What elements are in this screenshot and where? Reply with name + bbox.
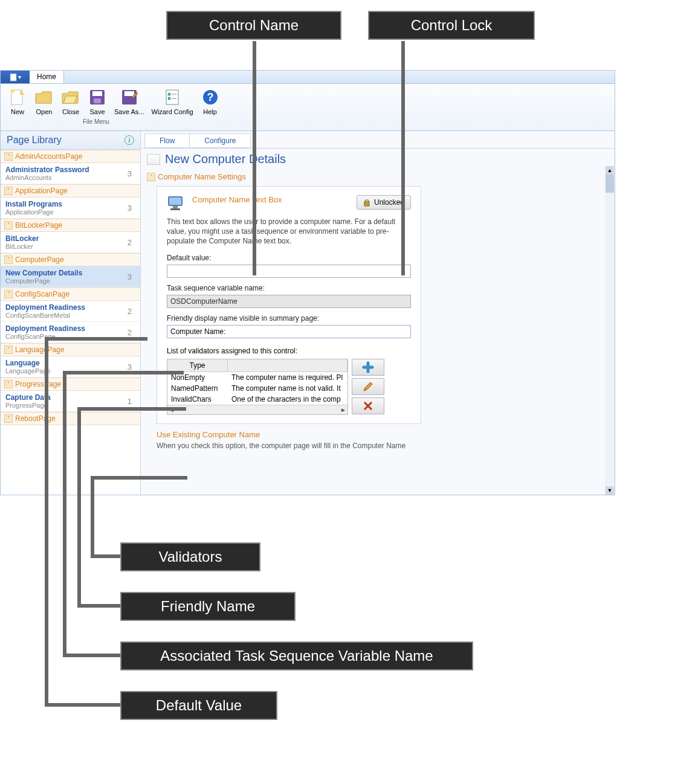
- page-title-row: New Computer Details: [141, 149, 615, 170]
- callout-line: [401, 41, 405, 275]
- validator-row[interactable]: NamedPatternThe computer name is not val…: [167, 383, 347, 394]
- sidebar-item[interactable]: Deployment ReadinessConfigScanBareMetal2: [1, 301, 140, 322]
- sidebar-item[interactable]: BitLockerBitLocker2: [1, 232, 140, 253]
- sidebar-group-name: ApplicationPage: [15, 187, 68, 195]
- ts-var-label: Task sequence variable name:: [167, 284, 411, 292]
- scroll-right-icon[interactable]: ►: [340, 406, 346, 413]
- sidebar-item-count: 3: [128, 362, 135, 371]
- delete-validator-button[interactable]: [352, 397, 384, 414]
- svg-rect-16: [173, 206, 178, 208]
- sidebar-group-name: LanguagePage: [15, 345, 64, 354]
- friendly-name-label: Friendly display name visible in summary…: [167, 314, 411, 323]
- edit-validator-button[interactable]: [352, 378, 384, 395]
- info-icon[interactable]: i: [124, 135, 134, 145]
- help-button[interactable]: ? Help: [197, 86, 224, 117]
- wizard-config-icon: [163, 88, 182, 107]
- sidebar-group-header[interactable]: ˄BitLockerPage: [1, 219, 140, 232]
- ribbon-label: Close: [62, 108, 79, 115]
- next-section-header: Use Existing Computer Name: [157, 430, 609, 439]
- section-header[interactable]: ˄ Computer Name Settings: [147, 171, 609, 182]
- open-icon: [34, 88, 54, 107]
- ribbon-group-file: New Open Close Save Save As... Wizard Co…: [4, 86, 224, 126]
- scroll-down-icon[interactable]: ▼: [606, 486, 614, 495]
- callout-ts-var-name: Associated Task Sequence Variable Name: [120, 641, 473, 670]
- friendly-name-input[interactable]: [167, 325, 411, 338]
- validator-row[interactable]: InvalidCharsOne of the characters in the…: [167, 394, 347, 405]
- callout-line: [45, 703, 122, 707]
- sidebar-group-header[interactable]: ˄ProgressPage: [1, 378, 140, 391]
- validators-hscroll[interactable]: ◄ ►: [167, 405, 347, 414]
- callout-line: [63, 654, 122, 657]
- sidebar-item-sub: BitLocker: [5, 243, 39, 250]
- ts-var-input[interactable]: [167, 295, 411, 308]
- tab-flow[interactable]: Flow: [144, 133, 190, 148]
- svg-rect-18: [364, 202, 369, 206]
- sidebar-group-name: ConfigScanPage: [15, 290, 69, 298]
- callout-friendly-name: Friendly Name: [120, 592, 296, 621]
- sidebar-group-name: ProgressPage: [15, 380, 61, 388]
- sidebar-item-sub: ComputerPage: [5, 277, 82, 284]
- sidebar-item[interactable]: New Computer DetailsComputerPage3: [1, 266, 140, 288]
- tab-home[interactable]: Home: [30, 71, 64, 83]
- content-vscroll[interactable]: ▲ ▼: [605, 166, 615, 495]
- sidebar-group-header[interactable]: ˄ApplicationPage: [1, 184, 140, 198]
- chevron-up-icon: ˄: [4, 414, 13, 423]
- save-button[interactable]: Save: [84, 86, 111, 117]
- chevron-up-icon: ˄: [4, 290, 13, 298]
- sidebar-group-name: BitLockerPage: [15, 221, 62, 230]
- validators-table: Type NonEmptyThe computer name is requir…: [167, 359, 348, 415]
- wizard-config-button[interactable]: Wizard Config: [148, 86, 197, 117]
- validator-desc: One of the characters in the comp: [228, 394, 347, 405]
- sidebar-group-header[interactable]: ˄AdminAccountsPage: [1, 150, 140, 163]
- lock-label: Unlocked: [374, 198, 404, 207]
- chevron-up-icon: ˄: [4, 221, 13, 230]
- sidebar: Page Library i ˄AdminAccountsPageAdminis…: [1, 131, 141, 495]
- sidebar-group-header[interactable]: ˄LanguagePage: [1, 343, 140, 356]
- sidebar-group-name: AdminAccountsPage: [15, 152, 82, 161]
- validator-row[interactable]: NonEmptyThe computer name is required. P…: [167, 372, 347, 383]
- close-button[interactable]: Close: [57, 86, 84, 117]
- sidebar-item-sub: ProgressPage: [5, 402, 51, 409]
- save-as-button[interactable]: Save As...: [111, 86, 148, 117]
- callout-line: [91, 554, 122, 558]
- callout-line: [45, 337, 48, 707]
- svg-rect-6: [94, 98, 101, 103]
- sidebar-item-count: 2: [128, 328, 135, 337]
- svg-rect-15: [169, 198, 181, 205]
- open-button[interactable]: Open: [31, 86, 57, 117]
- validator-desc: The computer name is not valid. It: [228, 383, 347, 394]
- app-window: ▾ Home New Open Close Save S: [0, 70, 615, 495]
- lock-icon: [363, 198, 370, 207]
- sidebar-item[interactable]: Administrator PasswordAdminAccounts3: [1, 163, 140, 184]
- sidebar-item-left: Capture DataProgressPage: [5, 393, 51, 409]
- default-value-label: Default value:: [167, 254, 411, 262]
- sidebar-item-count: 3: [128, 204, 135, 213]
- close-icon: [61, 88, 80, 107]
- ribbon-label: Save As...: [114, 108, 144, 115]
- sidebar-item-left: Install ProgramsApplicationPage: [5, 200, 62, 216]
- content-tabs: Flow Configure: [141, 131, 615, 149]
- scroll-thumb[interactable]: [606, 175, 614, 193]
- sidebar-scroll[interactable]: ˄AdminAccountsPageAdministrator Password…: [1, 150, 140, 495]
- chevron-up-icon: ˄: [147, 173, 155, 181]
- scroll-up-icon[interactable]: ▲: [606, 166, 614, 175]
- sidebar-group-header[interactable]: ˄ComputerPage: [1, 253, 140, 266]
- svg-point-3: [11, 89, 15, 93]
- card-title: Computer Name Text Box: [192, 195, 282, 204]
- validators-col-type: Type: [167, 359, 228, 371]
- tab-configure[interactable]: Configure: [189, 133, 251, 148]
- callout-line: [91, 476, 94, 558]
- ribbon-label: Open: [36, 108, 53, 115]
- new-button[interactable]: New: [4, 86, 31, 117]
- chevron-up-icon: ˄: [4, 345, 13, 354]
- sidebar-group-header[interactable]: ˄ConfigScanPage: [1, 288, 140, 301]
- add-validator-button[interactable]: [352, 359, 384, 376]
- app-menu-button[interactable]: ▾: [1, 71, 30, 83]
- sidebar-group-header[interactable]: ˄RebootPage: [1, 412, 140, 425]
- sidebar-item-count: 1: [128, 397, 135, 406]
- svg-text:?: ?: [207, 91, 213, 103]
- sidebar-item[interactable]: Install ProgramsApplicationPage3: [1, 198, 140, 219]
- card-head-left: Computer Name Text Box: [167, 195, 282, 212]
- callout-control-lock: Control Lock: [368, 11, 535, 40]
- default-value-input[interactable]: [167, 265, 411, 278]
